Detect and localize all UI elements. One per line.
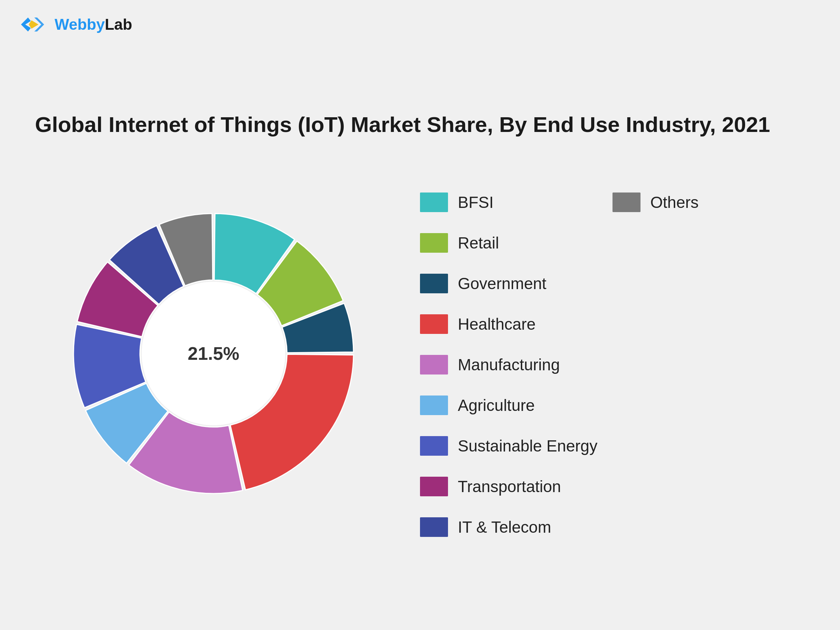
legend-item-sustainable-energy: Sustainable Energy [413, 426, 605, 466]
legend-item-healthcare: Healthcare [413, 304, 605, 344]
donut-chart-container: 21.5% [56, 196, 371, 511]
logo-text: WebbyLab [55, 16, 132, 33]
legend-label-agriculture: Agriculture [458, 396, 535, 415]
legend-label-sustainable-energy: Sustainable Energy [458, 436, 597, 455]
legend-swatch-government [420, 274, 448, 293]
legend-label-bfsi: BFSI [458, 193, 494, 212]
legend-swatch-retail [420, 233, 448, 253]
legend-swatch-it-telecom [420, 517, 448, 537]
legend-item-bfsi: BFSI [413, 182, 605, 223]
svg-marker-1 [29, 20, 38, 29]
legend-item-retail: Retail [413, 223, 605, 263]
legend-label-government: Government [458, 274, 546, 293]
donut-center-label: 21.5% [188, 343, 239, 364]
legend-swatch-agriculture [420, 395, 448, 415]
legend-label-it-telecom: IT & Telecom [458, 518, 551, 537]
legend-label-manufacturing: Manufacturing [458, 355, 560, 374]
legend-label-healthcare: Healthcare [458, 315, 535, 333]
legend-swatch-manufacturing [420, 355, 448, 374]
legend-label-others: Others [650, 193, 699, 212]
legend-item-others: Others [605, 182, 798, 223]
legend-item-government: Government [413, 263, 605, 304]
legend-item-agriculture: Agriculture [413, 385, 605, 426]
logo-text-lab: Lab [105, 16, 132, 33]
chart-title: Global Internet of Things (IoT) Market S… [35, 112, 770, 137]
legend-label-retail: Retail [458, 234, 499, 253]
legend-item-manufacturing: Manufacturing [413, 344, 605, 385]
logo-text-webby: Webby [55, 16, 105, 33]
legend-swatch-bfsi [420, 193, 448, 212]
legend-swatch-transportation [420, 477, 448, 496]
logo-area: WebbyLab [21, 14, 132, 35]
legend-area: BFSI Retail Government Healthcare Manufa… [413, 182, 798, 547]
legend-swatch-healthcare [420, 314, 448, 334]
legend-item-it-telecom: IT & Telecom [413, 507, 605, 547]
legend-swatch-sustainable-energy [420, 436, 448, 456]
legend-swatch-others [613, 193, 641, 212]
legend-label-transportation: Transportation [458, 477, 561, 496]
legend-col-1: BFSI Retail Government Healthcare Manufa… [413, 182, 605, 547]
chart-area: 21.5% [21, 161, 406, 546]
legend-item-transportation: Transportation [413, 466, 605, 507]
page: WebbyLab Global Internet of Things (IoT)… [0, 0, 840, 630]
legend-col-2: Others [605, 182, 798, 547]
webbylab-logo-icon [21, 14, 49, 35]
